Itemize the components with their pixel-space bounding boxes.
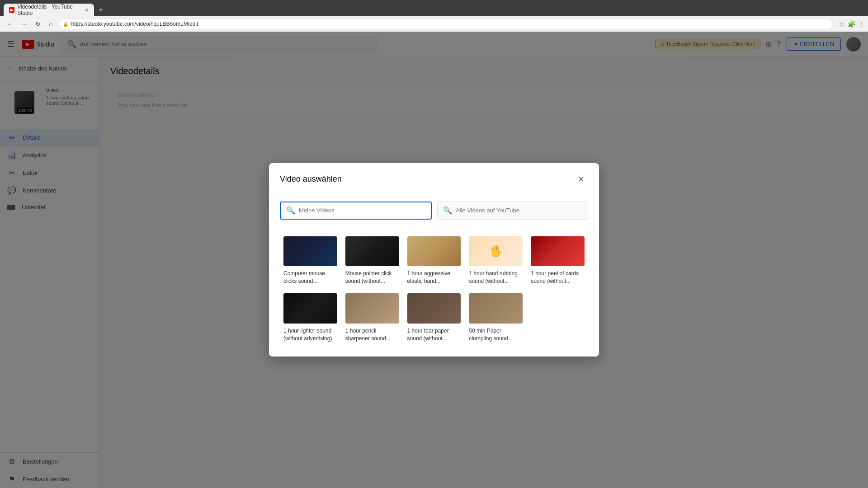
back-nav-button[interactable]: ← — [4, 19, 15, 29]
video-thumb-4: 🖐 — [469, 236, 523, 267]
all-videos-search-box[interactable]: 🔍 — [437, 202, 588, 220]
extensions-button[interactable]: 🧩 — [848, 20, 855, 28]
video-grid: Computer mouse clicks sound... Mouse poi… — [269, 227, 599, 357]
video-thumb-2 — [345, 236, 399, 267]
modal-overlay[interactable]: Video auswählen ✕ 🔍 🔍 Computer mouse cli… — [0, 32, 868, 488]
thumb-img-4: 🖐 — [469, 236, 523, 267]
search-my-icon: 🔍 — [286, 206, 295, 215]
video-card-7[interactable]: 1 hour pencil sharpener sound... — [342, 290, 403, 346]
browser-tabs: ▶ Videodetails - YouTube Studio ✕ + — [0, 0, 868, 16]
video-card-1[interactable]: Computer mouse clicks sound... — [280, 233, 341, 289]
video-thumb-9 — [469, 293, 523, 324]
menu-button[interactable]: ⋮ — [858, 20, 864, 28]
video-card-5[interactable]: 1 hour peel of cards sound (without... — [527, 233, 588, 289]
thumb-img-5 — [531, 236, 585, 267]
new-tab-button[interactable]: + — [96, 5, 106, 15]
video-thumb-1 — [283, 236, 337, 267]
thumb-img-7 — [345, 293, 399, 324]
video-card-9[interactable]: 50 min Paper clumpling sound... — [465, 290, 526, 346]
close-tab-button[interactable]: ✕ — [85, 7, 89, 13]
thumb-img-1 — [283, 236, 337, 267]
thumb-img-3 — [407, 236, 461, 267]
browser-actions: ☆ 🧩 ⋮ — [839, 20, 864, 28]
tab-title: Videodetails - YouTube Studio — [17, 4, 80, 16]
modal-title: Video auswählen — [280, 174, 342, 184]
bookmark-button[interactable]: ☆ — [839, 20, 845, 28]
video-title-2: Mouse pointer click sound (without... — [345, 270, 399, 285]
browser-chrome: ▶ Videodetails - YouTube Studio ✕ + ← → … — [0, 0, 868, 32]
thumb-img-2 — [345, 236, 399, 267]
forward-nav-button[interactable]: → — [18, 19, 30, 29]
video-card-3[interactable]: 1 hour aggressive elastic band... — [404, 233, 465, 289]
my-videos-search-box[interactable]: 🔍 — [280, 202, 432, 220]
thumb-img-6 — [283, 293, 337, 324]
modal-search-row: 🔍 🔍 — [269, 194, 599, 227]
video-thumb-3 — [407, 236, 461, 267]
thumb-img-8 — [407, 293, 461, 324]
video-title-9: 50 min Paper clumpling sound... — [469, 327, 523, 343]
video-title-4: 1 hour hand rubbing sound (without... — [469, 270, 523, 285]
video-card-6[interactable]: 1 hour lighter sound (without advertisin… — [280, 290, 341, 346]
video-title-3: 1 hour aggressive elastic band... — [407, 270, 461, 285]
video-card-2[interactable]: Mouse pointer click sound (without... — [342, 233, 403, 289]
modal-close-button[interactable]: ✕ — [574, 172, 588, 187]
search-all-icon: 🔍 — [443, 206, 452, 215]
video-title-7: 1 hour pencil sharpener sound... — [345, 327, 399, 343]
video-title-8: 1 hour tear paper sound (without... — [407, 327, 461, 343]
video-thumb-7 — [345, 293, 399, 324]
tab-favicon: ▶ — [9, 7, 14, 13]
url-text: https://studio.youtube.com/video/hquLBB6… — [71, 21, 198, 27]
video-card-8[interactable]: 1 hour tear paper sound (without... — [404, 290, 465, 346]
video-title-1: Computer mouse clicks sound... — [283, 270, 337, 285]
modal-header: Video auswählen ✕ — [269, 163, 599, 194]
address-bar[interactable]: 🔒 https://studio.youtube.com/video/hquLB… — [58, 19, 833, 29]
video-thumb-5 — [531, 236, 585, 267]
refresh-button[interactable]: ↻ — [33, 19, 43, 29]
video-title-6: 1 hour lighter sound (without advertisin… — [283, 327, 337, 343]
browser-toolbar: ← → ↻ ⌂ 🔒 https://studio.youtube.com/vid… — [0, 16, 868, 32]
all-videos-search-input[interactable] — [456, 207, 582, 214]
video-select-modal: Video auswählen ✕ 🔍 🔍 Computer mouse cli… — [269, 163, 599, 357]
my-videos-search-input[interactable] — [299, 207, 425, 214]
video-thumb-8 — [407, 293, 461, 324]
lock-icon: 🔒 — [63, 22, 68, 27]
home-button[interactable]: ⌂ — [46, 19, 55, 29]
video-thumb-6 — [283, 293, 337, 324]
thumb-img-9 — [469, 293, 523, 324]
video-title-5: 1 hour peel of cards sound (without... — [531, 270, 585, 285]
active-tab[interactable]: ▶ Videodetails - YouTube Studio ✕ — [4, 4, 94, 16]
video-card-4[interactable]: 🖐 1 hour hand rubbing sound (without... — [465, 233, 526, 289]
